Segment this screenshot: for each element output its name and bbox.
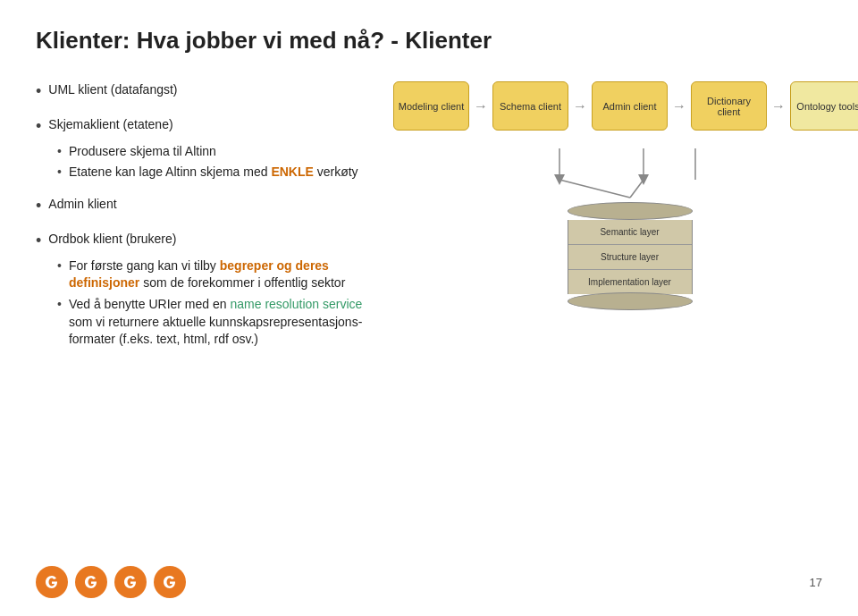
cylinder-area: Semantic layer Structure layer Implement… bbox=[568, 202, 693, 310]
skjema-text: Skjemaklient (etatene) bbox=[48, 116, 172, 134]
sub-dot-ordbok-1: • bbox=[57, 257, 62, 275]
logo-3-icon bbox=[121, 572, 140, 592]
highlight-name-resolution: name resolution service bbox=[230, 297, 362, 311]
sub-dot-1: • bbox=[57, 143, 62, 161]
bullet-dot-skjema: • bbox=[36, 116, 41, 137]
client-schema: Schema client bbox=[492, 81, 568, 131]
ordbok-sub-1: • For første gang kan vi tilby begreper … bbox=[57, 257, 366, 292]
logo-2-icon bbox=[81, 572, 101, 592]
logo-4 bbox=[154, 566, 186, 598]
skjema-sub-text-1: Produsere skjema til Altinn bbox=[69, 143, 216, 161]
arrow-1: → bbox=[474, 98, 488, 114]
client-schema-label: Schema client bbox=[500, 101, 561, 112]
client-dictionary: Dictionary client bbox=[691, 81, 767, 131]
sub-dot-2: • bbox=[57, 164, 62, 181]
skjema-sub-2: • Etatene kan lage Altinn skjema med ENK… bbox=[57, 164, 366, 181]
cylinder-top bbox=[568, 202, 693, 220]
logo-4-icon bbox=[160, 572, 180, 592]
ordbok-text: Ordbok klient (brukere) bbox=[48, 231, 176, 249]
skjema-sub-text-2: Etatene kan lage Altinn skjema med ENKLE… bbox=[69, 164, 358, 181]
cylinder-bottom bbox=[568, 292, 693, 310]
client-admin: Admin client bbox=[592, 81, 668, 131]
client-ontology: Ontology tools bbox=[790, 81, 858, 131]
client-dictionary-label: Dictionary client bbox=[695, 96, 762, 117]
bullet-uml: • UML klient (datafangst) bbox=[36, 81, 366, 102]
logo-2 bbox=[75, 566, 107, 598]
bullet-dot-admin: • bbox=[36, 196, 41, 216]
skjema-sub-1: • Produsere skjema til Altinn bbox=[57, 143, 366, 161]
layer-semantic: Semantic layer bbox=[568, 220, 692, 245]
bullet-skjema: • Skjemaklient (etatene) • Produsere skj… bbox=[36, 116, 366, 181]
arrow-3: → bbox=[672, 98, 686, 114]
logo-1 bbox=[36, 566, 68, 598]
highlight-begreper: begreper og deres definisjoner bbox=[69, 258, 329, 291]
skjema-sub-bullets: • Produsere skjema til Altinn • Etatene … bbox=[57, 143, 366, 181]
footer-logos bbox=[36, 566, 186, 598]
bullet-admin: • Admin klient bbox=[36, 196, 366, 216]
logo-1-icon bbox=[42, 572, 62, 592]
arrow-4: → bbox=[771, 98, 786, 114]
sub-dot-ordbok-2: • bbox=[57, 296, 62, 314]
client-modeling-label: Modeling client bbox=[399, 101, 464, 112]
footer: 17 bbox=[0, 566, 858, 598]
ordbok-sub-bullets: • For første gang kan vi tilby begreper … bbox=[57, 257, 366, 349]
diagram-clients-row: Modeling client → Schema client → Admin … bbox=[393, 81, 858, 131]
page-number: 17 bbox=[810, 576, 822, 589]
page: Klienter: Hva jobber vi med nå? - Klient… bbox=[0, 0, 858, 616]
admin-text: Admin klient bbox=[48, 196, 116, 214]
left-panel: • UML klient (datafangst) • Skjemaklient… bbox=[36, 81, 375, 363]
cylinder-body: Semantic layer Structure layer Implement… bbox=[568, 220, 693, 294]
client-admin-label: Admin client bbox=[603, 101, 657, 112]
cylinder: Semantic layer Structure layer Implement… bbox=[568, 202, 693, 310]
layer-structure: Structure layer bbox=[568, 245, 692, 270]
bullet-dot: • bbox=[36, 81, 41, 102]
connector-svg bbox=[438, 148, 822, 202]
ordbok-sub-text-2: Ved å benytte URIer med en name resoluti… bbox=[69, 296, 366, 349]
highlight-enkle: ENKLE bbox=[271, 165, 313, 179]
layer-implementation: Implementation layer bbox=[568, 270, 692, 294]
right-panel: Modeling client → Schema client → Admin … bbox=[393, 81, 858, 310]
arrow-2: → bbox=[573, 98, 587, 114]
client-modeling: Modeling client bbox=[393, 81, 469, 131]
page-title: Klienter: Hva jobber vi med nå? - Klient… bbox=[36, 27, 822, 55]
ordbok-sub-text-1: For første gang kan vi tilby begreper og… bbox=[69, 257, 366, 292]
svg-line-3 bbox=[559, 180, 630, 198]
svg-line-4 bbox=[630, 180, 644, 198]
uml-text: UML klient (datafangst) bbox=[48, 81, 177, 99]
bullet-dot-ordbok: • bbox=[36, 231, 41, 251]
content-area: • UML klient (datafangst) • Skjemaklient… bbox=[36, 81, 822, 363]
logo-3 bbox=[114, 566, 147, 598]
client-ontology-label: Ontology tools bbox=[796, 101, 858, 112]
bullet-ordbok: • Ordbok klient (brukere) • For første g… bbox=[36, 231, 366, 348]
ordbok-sub-2: • Ved å benytte URIer med en name resolu… bbox=[57, 296, 366, 349]
